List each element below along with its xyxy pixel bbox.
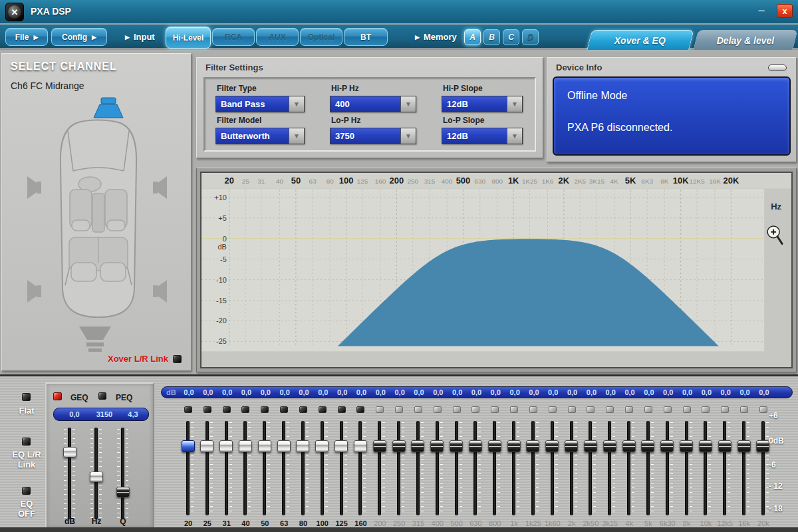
eq-band-slider-thumb[interactable] [680,440,693,452]
eq-band-button[interactable] [721,406,729,413]
eq-band-button[interactable] [223,406,231,413]
param-db-slider[interactable] [68,428,71,519]
eq-band-button[interactable] [587,406,595,413]
memory-slot-a[interactable]: A [464,29,481,45]
eq-band-button[interactable] [241,406,249,413]
eq-band-button[interactable] [702,406,710,413]
eq-band-slider[interactable] [243,421,247,515]
eq-band-button[interactable] [395,406,403,413]
eq-band-button[interactable] [759,406,767,413]
eq-band-slider-thumb[interactable] [392,440,406,452]
eq-band-button[interactable] [280,406,288,413]
param-hz-slider-thumb[interactable] [90,471,103,482]
eq-band-button[interactable] [740,406,748,413]
eq-band-button[interactable] [338,406,346,413]
chevron-down-icon[interactable]: ▼ [507,96,522,112]
eq-band-slider-thumb[interactable] [354,440,367,452]
eq-band-slider-thumb[interactable] [526,440,539,452]
minimize-button[interactable]: ─ [754,4,769,17]
eq-band-slider-thumb[interactable] [411,440,424,452]
eq-band-slider[interactable] [358,421,362,515]
memory-slot-d[interactable]: D [522,29,539,45]
file-menu-button[interactable]: File ▶ [5,28,48,46]
filter-type-select[interactable]: Band Pass ▼ [215,96,305,112]
hi-p-hz-select[interactable]: 400 ▼ [330,96,416,112]
eq-band-slider[interactable] [704,421,707,515]
flat-button[interactable] [22,393,31,401]
eq-band-button[interactable] [261,406,269,413]
eq-band-slider[interactable] [263,421,266,515]
eq-band-slider[interactable] [570,421,573,515]
filter-model-select[interactable]: Butterworth ▼ [215,128,305,144]
xover-lr-link-button[interactable] [173,355,182,363]
eq-band-slider-thumb[interactable] [660,440,674,452]
eq-band-slider-thumb[interactable] [450,440,463,452]
eq-band-button[interactable] [434,406,442,413]
eq-band-slider-thumb[interactable] [258,440,271,452]
input-optical-button[interactable]: Optical [300,28,342,46]
hi-p-slope-select[interactable]: 12dB ▼ [442,96,523,112]
param-q-slider-thumb[interactable] [116,487,130,497]
eq-band-slider-thumb[interactable] [277,440,291,452]
param-hz-slider[interactable] [94,428,98,519]
lo-p-slope-select[interactable]: 12dB ▼ [442,128,523,144]
eq-band-slider[interactable] [627,421,630,515]
eq-band-slider-thumb[interactable] [315,440,329,452]
panel-collapse-button[interactable] [768,65,787,71]
memory-slot-b[interactable]: B [483,29,500,45]
eq-band-slider-thumb[interactable] [469,440,482,452]
eq-band-slider[interactable] [646,421,650,515]
eq-band-button[interactable] [414,406,422,413]
eq-band-slider[interactable] [723,421,726,515]
memory-slot-c[interactable]: C [503,29,519,45]
input-aux-button[interactable]: AUX [256,28,299,46]
eq-band-button[interactable] [510,406,518,413]
eq-band-button[interactable] [471,406,479,413]
eq-band-slider[interactable] [225,421,228,515]
eq-band-button[interactable] [491,406,499,413]
eq-band-slider[interactable] [531,421,535,515]
input-rca-button[interactable]: RCA [212,28,255,46]
param-q-slider[interactable] [121,428,124,519]
xover-graph[interactable]: 2025314050638010012516020025031540050063… [200,172,793,368]
tab-xover-eq[interactable]: Xover & EQ [587,30,694,50]
geq-led-button[interactable] [53,392,62,400]
eq-band-slider-thumb[interactable] [182,440,195,452]
eq-band-slider-thumb[interactable] [219,440,233,452]
eq-band-slider-thumb[interactable] [545,440,559,452]
config-menu-button[interactable]: Config ▶ [51,28,107,46]
eq-band-slider[interactable] [473,421,477,515]
eq-lr-link-button[interactable] [22,438,31,446]
eq-band-slider[interactable] [455,421,458,515]
eq-off-button[interactable] [22,487,31,495]
eq-band-button[interactable] [606,406,614,413]
eq-band-button[interactable] [683,406,691,413]
eq-band-slider[interactable] [551,421,554,515]
eq-band-slider-thumb[interactable] [603,440,616,452]
eq-band-slider[interactable] [685,421,688,515]
eq-band-slider-thumb[interactable] [699,440,712,452]
eq-band-slider-thumb[interactable] [507,440,521,452]
eq-band-button[interactable] [376,406,384,413]
chevron-down-icon[interactable]: ▼ [289,128,304,144]
eq-band-slider-thumb[interactable] [756,440,769,452]
eq-band-slider[interactable] [186,421,190,515]
eq-band-slider[interactable] [416,421,420,515]
input-hi-level-button[interactable]: Hi-Level [166,27,211,49]
eq-band-slider[interactable] [321,421,324,515]
eq-band-button[interactable] [453,406,461,413]
eq-band-slider-thumb[interactable] [718,440,732,452]
eq-band-slider-thumb[interactable] [373,440,386,452]
eq-band-slider-thumb[interactable] [239,440,252,452]
eq-band-button[interactable] [549,406,557,413]
eq-band-slider[interactable] [378,421,381,515]
eq-band-slider[interactable] [608,421,611,515]
eq-band-slider[interactable] [589,421,592,515]
eq-band-slider-thumb[interactable] [430,440,444,452]
eq-band-slider[interactable] [666,421,669,515]
eq-band-slider-thumb[interactable] [641,440,654,452]
eq-band-slider[interactable] [436,421,439,515]
eq-band-slider[interactable] [301,421,305,515]
eq-band-slider[interactable] [761,421,765,515]
eq-band-slider-thumb[interactable] [565,440,578,452]
